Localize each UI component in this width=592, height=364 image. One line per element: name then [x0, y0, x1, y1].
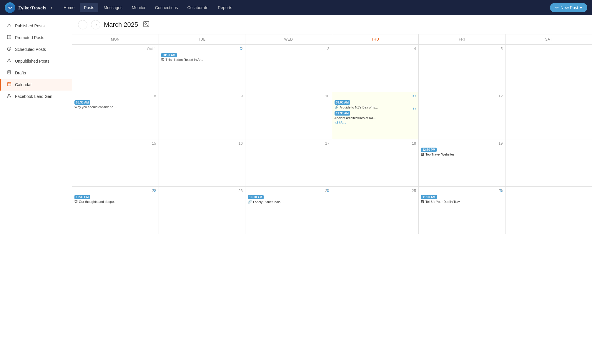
published-posts-icon — [7, 23, 11, 29]
sidebar-label-calendar: Calendar — [15, 82, 32, 87]
post-entry[interactable]: 11:00 AM 🖼 Tell Us Your Dublin Trav... — [421, 194, 503, 203]
link-icon: 🔗 — [248, 200, 252, 204]
cal-cell-mar-sat2 — [505, 92, 592, 139]
cell-date: 25 — [335, 188, 416, 193]
cal-cell-mar3: 3 — [245, 45, 332, 92]
nav-reports[interactable]: Reports — [214, 3, 236, 12]
nav-monitor[interactable]: Monitor — [128, 3, 150, 12]
new-post-chevron: ▾ — [580, 5, 582, 10]
cell-date: 8 — [74, 94, 156, 98]
post-icon-row: 🖼 This Hidden Resort in Ar... — [161, 58, 243, 61]
cal-cell-mar4: 4 — [332, 45, 419, 92]
nav-messages[interactable]: Messages — [99, 3, 127, 12]
sidebar-item-facebook-lead-gen[interactable]: Facebook Lead Gen — [0, 91, 72, 102]
cell-date: 19 — [421, 141, 503, 146]
cal-cell-mar9: 9 — [159, 92, 246, 139]
cal-cell-mar17: 17 — [245, 139, 332, 186]
cell-date: 23 — [161, 188, 243, 193]
day-label-wed: WED — [245, 34, 332, 44]
day-label-thu: THU — [332, 34, 419, 44]
calendar-filter-icon[interactable] — [143, 21, 150, 29]
cal-cell-mar26: 26 11:00 AM 🖼 Tell Us Your Dublin Trav..… — [419, 187, 505, 234]
post-entry[interactable]: 11:30 AM Ancient architectures at Ka... — [335, 110, 416, 120]
sidebar-item-drafts[interactable]: Drafts — [0, 67, 72, 79]
repeat-icon[interactable]: ↻ — [500, 188, 503, 193]
repeat-icon[interactable]: ↻ — [326, 188, 330, 193]
link-icon: 🔗 — [335, 105, 339, 109]
brand-logo-icon — [5, 2, 15, 13]
cell-date: 16 — [161, 141, 243, 146]
day-label-sat: SAT — [505, 34, 592, 44]
repeat-icon[interactable]: ↻ — [240, 46, 243, 51]
nav-collaborate[interactable]: Collaborate — [183, 3, 213, 12]
nav-home[interactable]: Home — [59, 3, 79, 12]
nav-posts[interactable]: Posts — [80, 3, 98, 12]
post-entry[interactable]: 08:30 AM Why you should consider a ... — [74, 99, 156, 109]
post-time-badge: 10:00 AM — [248, 195, 264, 199]
sidebar-item-calendar[interactable]: Calendar — [0, 79, 72, 91]
image-icon: 🖼 — [421, 153, 424, 156]
brand-chevron: ▾ — [51, 6, 52, 10]
cal-cell-mar15: 15 — [72, 139, 159, 186]
cell-date: 12 — [421, 94, 503, 98]
brand-logo-area[interactable]: ZylkerTravels ▾ — [5, 2, 52, 13]
new-post-label: New Post — [561, 5, 578, 10]
post-icon-row: 🔗 A guide to NZ's Bay of Is... — [335, 105, 416, 109]
repeat-icon-2[interactable]: ↻ — [413, 107, 416, 111]
post-time-badge: 11:30 AM — [335, 111, 350, 116]
post-title: This Hidden Resort in Ar... — [166, 58, 203, 61]
cal-cell-mar19: 19 12:30 PM 🖼 Top Travel Websites — [419, 139, 505, 186]
cell-date: 4 — [335, 46, 416, 51]
cal-cell-mar22: 22 12:30 PM 🖼 Our thoughts and deepe... … — [72, 187, 159, 234]
day-label-fri: FRI — [419, 34, 505, 44]
cal-cell-mar25: 25 — [332, 187, 419, 234]
image-icon: 🖼 — [421, 200, 424, 203]
post-title: Our thoughts and deepe... — [79, 200, 117, 203]
post-entry[interactable]: 12:30 PM 🖼 Our thoughts and deepe... — [74, 194, 156, 203]
cell-date: 10 — [248, 94, 330, 98]
post-title: Tell Us Your Dublin Trav... — [425, 200, 462, 203]
image-icon: 🖼 — [161, 58, 164, 61]
cell-date: 2 — [161, 46, 243, 51]
cal-cell-mar24: 24 10:00 AM 🔗 Lonely Planet India!... ↻ — [245, 187, 332, 234]
sidebar-item-published-posts[interactable]: Published Posts — [0, 20, 72, 32]
post-title: Top Travel Websites — [425, 153, 455, 156]
nav-connections[interactable]: Connections — [151, 3, 182, 12]
sidebar-item-scheduled-posts[interactable]: Scheduled Posts — [0, 44, 72, 55]
cal-cell-mar11-today: 11 09:00 AM 🔗 A guide to NZ's Bay of Is.… — [332, 92, 419, 139]
calendar-week-4: 22 12:30 PM 🖼 Our thoughts and deepe... … — [72, 187, 592, 234]
cal-cell-mar-sat4 — [505, 187, 592, 234]
post-title: Why you should consider a ... — [74, 105, 117, 109]
calendar-days-header: MON TUE WED THU FRI SAT — [72, 34, 592, 45]
post-entry[interactable]: 12:30 PM 🖼 Top Travel Websites — [421, 147, 503, 156]
sidebar-label-promoted-posts: Promoted Posts — [15, 35, 44, 40]
post-entry[interactable]: 09:00 AM 🔗 A guide to NZ's Bay of Is... — [335, 99, 416, 109]
nav-items-list: Home Posts Messages Monitor Connections … — [59, 3, 550, 12]
main-layout: Published Posts Promoted Posts Scheduled… — [0, 15, 592, 364]
post-entry[interactable]: 08:30 AM 🖼 This Hidden Resort in Ar... — [161, 52, 243, 61]
facebook-lead-gen-icon — [7, 93, 11, 99]
cal-cell-mar16: 16 — [159, 139, 246, 186]
sidebar-item-promoted-posts[interactable]: Promoted Posts — [0, 32, 72, 44]
repeat-icon[interactable]: ↻ — [413, 94, 416, 98]
sidebar-label-scheduled-posts: Scheduled Posts — [15, 47, 46, 52]
post-title: Lonely Planet India!... — [253, 200, 284, 204]
svg-rect-5 — [7, 83, 11, 86]
sidebar-item-unpublished-posts[interactable]: Unpublished Posts — [0, 55, 72, 67]
next-month-button[interactable]: → — [91, 20, 100, 29]
unpublished-posts-icon — [7, 58, 11, 64]
post-icon-row: Why you should consider a ... — [74, 105, 156, 109]
scheduled-posts-icon — [7, 46, 11, 52]
new-post-button[interactable]: ✏ New Post ▾ — [550, 3, 587, 12]
cal-cell-mar-sat3 — [505, 139, 592, 186]
drafts-icon — [7, 70, 11, 76]
cal-cell-mar10: 10 — [245, 92, 332, 139]
calendar-header: ← → March 2025 — [72, 15, 592, 34]
post-entry[interactable]: 10:00 AM 🔗 Lonely Planet India!... — [248, 194, 330, 204]
image-icon: 🖼 — [74, 200, 78, 203]
prev-month-button[interactable]: ← — [78, 20, 87, 29]
repeat-icon[interactable]: ↻ — [153, 188, 156, 193]
cell-date: Oct 1 — [74, 46, 156, 51]
calendar-title: March 2025 — [104, 21, 138, 29]
more-posts-link[interactable]: +3 More — [335, 121, 416, 124]
